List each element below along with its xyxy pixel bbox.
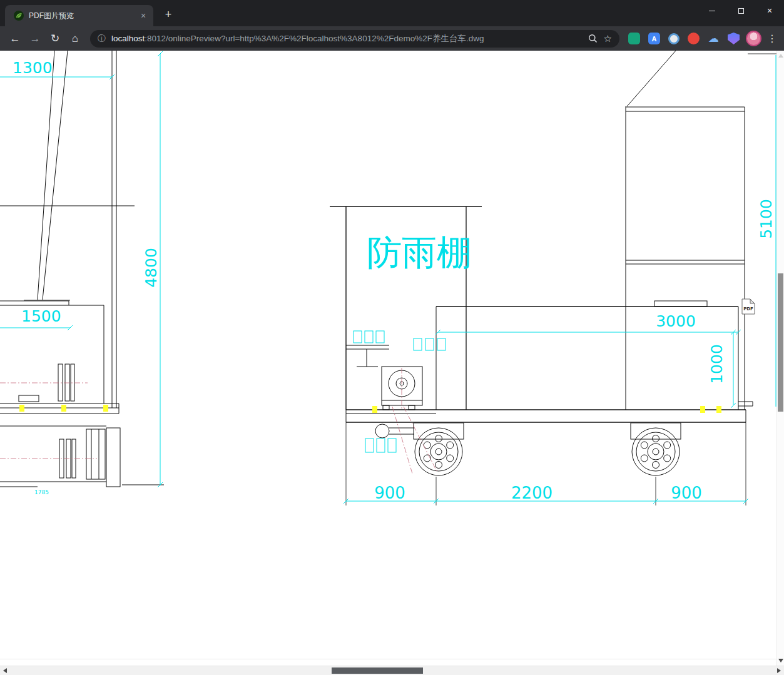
- centerlines: [0, 368, 437, 474]
- dim-1785-label: 1785: [34, 489, 49, 495]
- viewer-divider: [0, 659, 776, 659]
- back-button[interactable]: ←: [6, 30, 24, 48]
- vertical-scroll-thumb[interactable]: [778, 273, 783, 412]
- maximize-icon: [738, 8, 744, 14]
- minimize-icon: [709, 11, 715, 11]
- zoom-icon[interactable]: [588, 34, 598, 43]
- url-path: :8012/onlinePreview?url=http%3A%2F%2Floc…: [145, 34, 484, 43]
- browser-window: PDF图片预览 × + × ← → ↻ ⌂ ⓘ localhost:8012/o…: [0, 0, 784, 675]
- highlight-marks: [19, 405, 721, 413]
- dim-1500-label: 1500: [21, 307, 61, 325]
- title-bar: PDF图片预览 × + ×: [0, 0, 784, 26]
- horizontal-scrollbar[interactable]: [0, 666, 784, 675]
- right-wheel: [631, 423, 681, 475]
- tab-title: PDF图片预览: [29, 11, 137, 21]
- url-host: localhost: [111, 34, 145, 43]
- browser-menu-icon[interactable]: ⋮: [765, 33, 779, 44]
- extension-icon-ring[interactable]: [668, 33, 680, 44]
- scroll-down-arrow[interactable]: [778, 659, 783, 662]
- dim-1000-label: 1000: [708, 344, 726, 384]
- extension-icon-red[interactable]: [688, 33, 700, 44]
- home-button[interactable]: ⌂: [66, 30, 84, 48]
- profile-avatar[interactable]: [746, 31, 761, 46]
- shelter-structure: [626, 51, 776, 410]
- pdf-file-icon[interactable]: PDF: [741, 298, 755, 315]
- address-bar[interactable]: ⓘ localhost:8012/onlinePreview?url=http%…: [90, 30, 619, 48]
- url-text: localhost:8012/onlinePreview?url=http%3A…: [111, 33, 582, 44]
- shelter-label: 防雨棚: [367, 232, 472, 273]
- motor-unit: [382, 367, 422, 410]
- bookmark-star-icon[interactable]: ☆: [604, 33, 612, 44]
- roller: [375, 424, 414, 438]
- cad-drawing: 1300 4800 1500 1785 防雨棚 5100 3000 1000 9…: [0, 51, 776, 659]
- pdf-badge-text: PDF: [743, 307, 753, 312]
- dim-900-right-label: 900: [671, 484, 702, 502]
- left-view: [0, 51, 164, 487]
- minimize-button[interactable]: [698, 0, 726, 21]
- page-content: 1300 4800 1500 1785 防雨棚 5100 3000 1000 9…: [0, 51, 776, 666]
- dim-1300-label: 1300: [13, 59, 53, 77]
- spring-leaf-favicon: [14, 11, 24, 21]
- vertical-scrollbar[interactable]: [776, 51, 784, 666]
- scroll-left-arrow[interactable]: [3, 668, 7, 673]
- horizontal-scroll-thumb[interactable]: [332, 667, 423, 674]
- extensions-row: A ☁: [628, 33, 740, 44]
- cloud-extension-icon[interactable]: ☁: [708, 33, 720, 44]
- scroll-up-arrow[interactable]: [778, 54, 783, 58]
- translate-extension-icon[interactable]: A: [648, 33, 660, 44]
- maximize-button[interactable]: [726, 0, 755, 21]
- left-wheel: [414, 423, 464, 475]
- close-button[interactable]: ×: [755, 0, 784, 21]
- navigation-toolbar: ← → ↻ ⌂ ⓘ localhost:8012/onlinePreview?u…: [0, 26, 784, 51]
- window-controls: ×: [698, 0, 784, 21]
- page-info-icon[interactable]: ⓘ: [98, 33, 106, 44]
- reload-button[interactable]: ↻: [46, 30, 64, 48]
- dim-5100-label: 5100: [757, 199, 775, 239]
- browser-tab[interactable]: PDF图片预览 ×: [5, 5, 153, 26]
- tab-close-icon[interactable]: ×: [137, 9, 150, 22]
- shield-extension-icon[interactable]: [728, 33, 740, 44]
- dim-4800-label: 4800: [142, 248, 160, 288]
- scroll-right-arrow[interactable]: [777, 668, 781, 673]
- extension-icon-green[interactable]: [628, 33, 640, 44]
- dim-2200-label: 2200: [511, 484, 552, 502]
- forward-button[interactable]: →: [26, 30, 44, 48]
- dim-3000-label: 3000: [656, 312, 696, 330]
- new-tab-button[interactable]: +: [160, 7, 176, 23]
- dim-900-left-label: 900: [374, 484, 405, 502]
